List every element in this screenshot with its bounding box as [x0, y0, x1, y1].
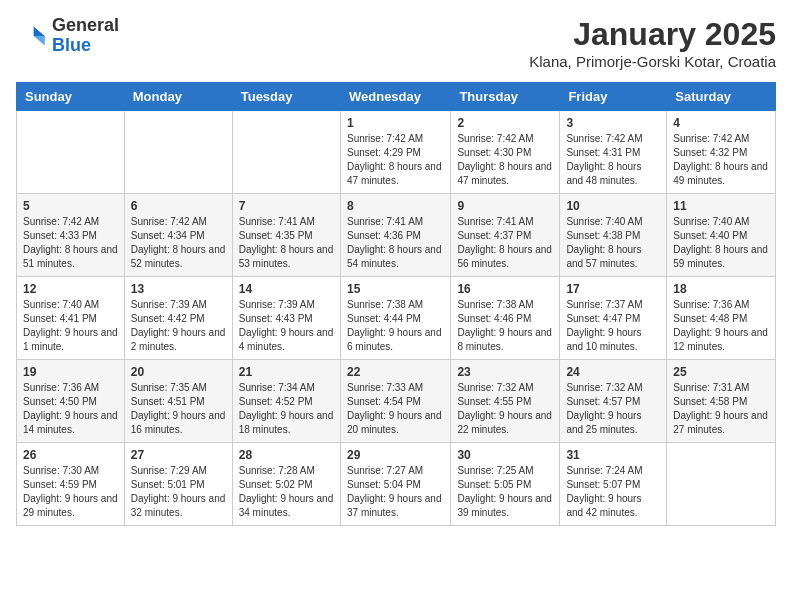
- weekday-header-friday: Friday: [560, 83, 667, 111]
- day-number: 16: [457, 282, 553, 296]
- calendar-cell: 11Sunrise: 7:40 AM Sunset: 4:40 PM Dayli…: [667, 194, 776, 277]
- day-detail: Sunrise: 7:40 AM Sunset: 4:41 PM Dayligh…: [23, 298, 118, 354]
- day-number: 22: [347, 365, 444, 379]
- weekday-header-wednesday: Wednesday: [340, 83, 450, 111]
- day-detail: Sunrise: 7:39 AM Sunset: 4:43 PM Dayligh…: [239, 298, 334, 354]
- calendar-cell: 23Sunrise: 7:32 AM Sunset: 4:55 PM Dayli…: [451, 360, 560, 443]
- day-detail: Sunrise: 7:40 AM Sunset: 4:38 PM Dayligh…: [566, 215, 660, 271]
- day-detail: Sunrise: 7:42 AM Sunset: 4:32 PM Dayligh…: [673, 132, 769, 188]
- svg-marker-0: [34, 26, 45, 36]
- day-number: 27: [131, 448, 226, 462]
- day-number: 26: [23, 448, 118, 462]
- calendar-table: SundayMondayTuesdayWednesdayThursdayFrid…: [16, 82, 776, 526]
- calendar-cell: 9Sunrise: 7:41 AM Sunset: 4:37 PM Daylig…: [451, 194, 560, 277]
- logo-blue: Blue: [52, 36, 119, 56]
- calendar-cell: 19Sunrise: 7:36 AM Sunset: 4:50 PM Dayli…: [17, 360, 125, 443]
- calendar-cell: 28Sunrise: 7:28 AM Sunset: 5:02 PM Dayli…: [232, 443, 340, 526]
- day-number: 18: [673, 282, 769, 296]
- day-number: 7: [239, 199, 334, 213]
- calendar-cell: [17, 111, 125, 194]
- day-number: 15: [347, 282, 444, 296]
- calendar-cell: 2Sunrise: 7:42 AM Sunset: 4:30 PM Daylig…: [451, 111, 560, 194]
- title-block: January 2025 Klana, Primorje-Gorski Kota…: [529, 16, 776, 70]
- day-detail: Sunrise: 7:36 AM Sunset: 4:48 PM Dayligh…: [673, 298, 769, 354]
- calendar-cell: 8Sunrise: 7:41 AM Sunset: 4:36 PM Daylig…: [340, 194, 450, 277]
- day-detail: Sunrise: 7:30 AM Sunset: 4:59 PM Dayligh…: [23, 464, 118, 520]
- calendar-cell: 27Sunrise: 7:29 AM Sunset: 5:01 PM Dayli…: [124, 443, 232, 526]
- calendar-cell: [667, 443, 776, 526]
- day-detail: Sunrise: 7:37 AM Sunset: 4:47 PM Dayligh…: [566, 298, 660, 354]
- calendar-cell: [124, 111, 232, 194]
- calendar-week-row: 1Sunrise: 7:42 AM Sunset: 4:29 PM Daylig…: [17, 111, 776, 194]
- weekday-header-sunday: Sunday: [17, 83, 125, 111]
- calendar-week-row: 19Sunrise: 7:36 AM Sunset: 4:50 PM Dayli…: [17, 360, 776, 443]
- day-detail: Sunrise: 7:32 AM Sunset: 4:57 PM Dayligh…: [566, 381, 660, 437]
- calendar-cell: 20Sunrise: 7:35 AM Sunset: 4:51 PM Dayli…: [124, 360, 232, 443]
- day-detail: Sunrise: 7:31 AM Sunset: 4:58 PM Dayligh…: [673, 381, 769, 437]
- day-number: 19: [23, 365, 118, 379]
- calendar-title: January 2025: [529, 16, 776, 53]
- calendar-cell: 25Sunrise: 7:31 AM Sunset: 4:58 PM Dayli…: [667, 360, 776, 443]
- day-number: 30: [457, 448, 553, 462]
- day-number: 11: [673, 199, 769, 213]
- calendar-cell: 3Sunrise: 7:42 AM Sunset: 4:31 PM Daylig…: [560, 111, 667, 194]
- day-detail: Sunrise: 7:25 AM Sunset: 5:05 PM Dayligh…: [457, 464, 553, 520]
- calendar-cell: 6Sunrise: 7:42 AM Sunset: 4:34 PM Daylig…: [124, 194, 232, 277]
- day-number: 29: [347, 448, 444, 462]
- calendar-cell: 1Sunrise: 7:42 AM Sunset: 4:29 PM Daylig…: [340, 111, 450, 194]
- day-detail: Sunrise: 7:32 AM Sunset: 4:55 PM Dayligh…: [457, 381, 553, 437]
- day-number: 25: [673, 365, 769, 379]
- day-number: 20: [131, 365, 226, 379]
- day-detail: Sunrise: 7:41 AM Sunset: 4:36 PM Dayligh…: [347, 215, 444, 271]
- logo-text: General Blue: [52, 16, 119, 56]
- day-detail: Sunrise: 7:42 AM Sunset: 4:29 PM Dayligh…: [347, 132, 444, 188]
- calendar-cell: 7Sunrise: 7:41 AM Sunset: 4:35 PM Daylig…: [232, 194, 340, 277]
- calendar-cell: 21Sunrise: 7:34 AM Sunset: 4:52 PM Dayli…: [232, 360, 340, 443]
- calendar-cell: 18Sunrise: 7:36 AM Sunset: 4:48 PM Dayli…: [667, 277, 776, 360]
- weekday-header-tuesday: Tuesday: [232, 83, 340, 111]
- day-detail: Sunrise: 7:33 AM Sunset: 4:54 PM Dayligh…: [347, 381, 444, 437]
- day-detail: Sunrise: 7:42 AM Sunset: 4:30 PM Dayligh…: [457, 132, 553, 188]
- weekday-header-thursday: Thursday: [451, 83, 560, 111]
- svg-marker-1: [34, 36, 45, 46]
- weekday-header-monday: Monday: [124, 83, 232, 111]
- logo-general: General: [52, 16, 119, 36]
- weekday-header-row: SundayMondayTuesdayWednesdayThursdayFrid…: [17, 83, 776, 111]
- day-number: 31: [566, 448, 660, 462]
- day-detail: Sunrise: 7:29 AM Sunset: 5:01 PM Dayligh…: [131, 464, 226, 520]
- day-detail: Sunrise: 7:40 AM Sunset: 4:40 PM Dayligh…: [673, 215, 769, 271]
- day-number: 8: [347, 199, 444, 213]
- day-number: 9: [457, 199, 553, 213]
- calendar-cell: 31Sunrise: 7:24 AM Sunset: 5:07 PM Dayli…: [560, 443, 667, 526]
- day-detail: Sunrise: 7:41 AM Sunset: 4:35 PM Dayligh…: [239, 215, 334, 271]
- day-detail: Sunrise: 7:24 AM Sunset: 5:07 PM Dayligh…: [566, 464, 660, 520]
- calendar-cell: 14Sunrise: 7:39 AM Sunset: 4:43 PM Dayli…: [232, 277, 340, 360]
- calendar-cell: 22Sunrise: 7:33 AM Sunset: 4:54 PM Dayli…: [340, 360, 450, 443]
- calendar-cell: 10Sunrise: 7:40 AM Sunset: 4:38 PM Dayli…: [560, 194, 667, 277]
- day-number: 3: [566, 116, 660, 130]
- day-number: 12: [23, 282, 118, 296]
- calendar-cell: 16Sunrise: 7:38 AM Sunset: 4:46 PM Dayli…: [451, 277, 560, 360]
- calendar-cell: 24Sunrise: 7:32 AM Sunset: 4:57 PM Dayli…: [560, 360, 667, 443]
- day-detail: Sunrise: 7:42 AM Sunset: 4:34 PM Dayligh…: [131, 215, 226, 271]
- calendar-week-row: 12Sunrise: 7:40 AM Sunset: 4:41 PM Dayli…: [17, 277, 776, 360]
- day-detail: Sunrise: 7:39 AM Sunset: 4:42 PM Dayligh…: [131, 298, 226, 354]
- day-number: 1: [347, 116, 444, 130]
- calendar-cell: 30Sunrise: 7:25 AM Sunset: 5:05 PM Dayli…: [451, 443, 560, 526]
- day-number: 5: [23, 199, 118, 213]
- calendar-cell: 29Sunrise: 7:27 AM Sunset: 5:04 PM Dayli…: [340, 443, 450, 526]
- calendar-cell: 15Sunrise: 7:38 AM Sunset: 4:44 PM Dayli…: [340, 277, 450, 360]
- logo-icon: [16, 20, 48, 52]
- calendar-week-row: 5Sunrise: 7:42 AM Sunset: 4:33 PM Daylig…: [17, 194, 776, 277]
- page-header: General Blue January 2025 Klana, Primorj…: [16, 16, 776, 70]
- calendar-cell: [232, 111, 340, 194]
- day-detail: Sunrise: 7:41 AM Sunset: 4:37 PM Dayligh…: [457, 215, 553, 271]
- day-number: 10: [566, 199, 660, 213]
- calendar-cell: 13Sunrise: 7:39 AM Sunset: 4:42 PM Dayli…: [124, 277, 232, 360]
- calendar-cell: 5Sunrise: 7:42 AM Sunset: 4:33 PM Daylig…: [17, 194, 125, 277]
- weekday-header-saturday: Saturday: [667, 83, 776, 111]
- day-number: 17: [566, 282, 660, 296]
- calendar-cell: 4Sunrise: 7:42 AM Sunset: 4:32 PM Daylig…: [667, 111, 776, 194]
- logo: General Blue: [16, 16, 119, 56]
- day-number: 14: [239, 282, 334, 296]
